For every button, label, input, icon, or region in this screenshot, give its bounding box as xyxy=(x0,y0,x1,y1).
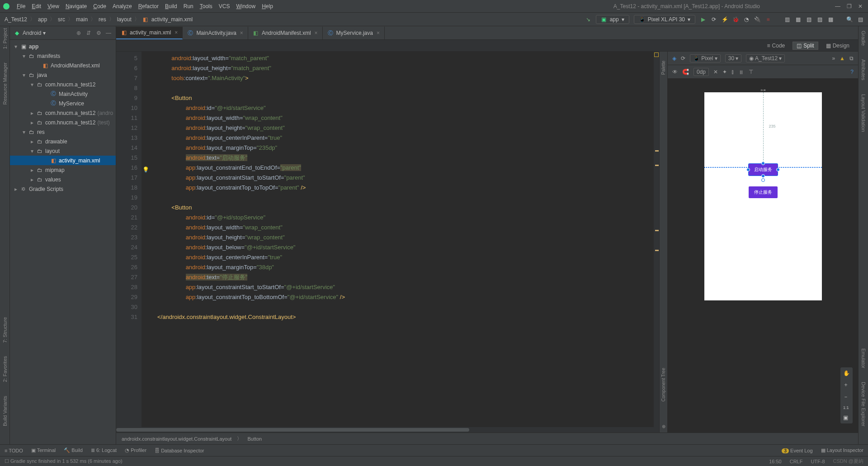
crumb-layout[interactable]: layout xyxy=(117,16,132,23)
more-icon[interactable]: » xyxy=(832,55,835,62)
apply-changes-icon[interactable]: ⟳ xyxy=(711,16,717,23)
design-surface-icon[interactable]: ◈ xyxy=(672,55,676,62)
menu-window[interactable]: Window xyxy=(233,3,259,10)
device-screen[interactable]: 235 启动服务 停止服务 xyxy=(704,92,822,300)
tree-layout[interactable]: layout xyxy=(45,148,60,154)
magnet-icon[interactable]: 🧲 xyxy=(682,69,689,75)
tab-layout-inspector[interactable]: ▦ Layout Inspector xyxy=(821,447,863,453)
menu-edit[interactable]: Edit xyxy=(28,3,44,10)
close-tab-icon[interactable]: × xyxy=(175,29,178,36)
intention-bulb-icon[interactable]: 💡 xyxy=(142,166,149,173)
crumb-src[interactable]: src xyxy=(58,16,65,23)
caret-position[interactable]: 16:50 xyxy=(769,459,782,464)
stop-icon[interactable]: ■ xyxy=(765,16,771,23)
preview-start-button[interactable]: 启动服务 xyxy=(749,164,778,176)
menu-view[interactable]: View xyxy=(44,3,62,10)
maximize-icon[interactable]: ❐ xyxy=(847,3,852,10)
menu-analyze[interactable]: Analyze xyxy=(109,3,135,10)
layout-inspector-icon[interactable]: ▨ xyxy=(816,16,823,23)
palette-tab[interactable]: Palette xyxy=(661,61,666,75)
device-selector[interactable]: 📱 Pixel XL API 30 ▾ xyxy=(634,15,695,24)
default-margin[interactable]: 0dp xyxy=(693,68,709,76)
tool-layout-validation[interactable]: Layout Validation xyxy=(861,94,866,132)
eye-icon[interactable]: 👁 xyxy=(672,69,678,75)
pan-icon[interactable]: ✋ xyxy=(843,370,850,376)
crumb-project[interactable]: A_Test12 xyxy=(5,16,27,23)
close-tab-icon[interactable]: × xyxy=(240,30,243,36)
tab-database-inspector[interactable]: 🗄 Database Inspector xyxy=(155,448,204,453)
crumb-main[interactable]: main xyxy=(76,16,88,23)
project-view-label[interactable]: Android xyxy=(23,30,41,36)
project-tree[interactable]: ▾▣app ▾🗀manifests ◧AndroidManifest.xml ▾… xyxy=(10,40,116,444)
tree-values[interactable]: values xyxy=(45,176,61,183)
code-editor[interactable]: 5678910111213141516171819202122232425262… xyxy=(116,52,659,433)
infer-constraints-icon[interactable]: ✦ xyxy=(722,69,727,75)
sdk-manager-icon[interactable]: ▦ xyxy=(795,16,801,23)
orientation-icon[interactable]: ⟳ xyxy=(681,55,685,62)
gear-icon[interactable]: ⚙ xyxy=(95,30,102,36)
tree-app[interactable]: app xyxy=(29,43,38,50)
tree-pkg2[interactable]: com.hnucm.a_test12 xyxy=(45,110,95,116)
attributes-toggle-icon[interactable]: ⧉ xyxy=(849,55,854,62)
tree-pkg1[interactable]: com.hnucm.a_test12 xyxy=(45,81,95,88)
chevron-down-icon[interactable]: ▾ xyxy=(43,30,46,36)
view-design[interactable]: ▦Design xyxy=(822,42,854,50)
tree-mainactivity[interactable]: MainActivity xyxy=(59,91,88,97)
tab-todo[interactable]: ≡ TODO xyxy=(5,448,23,453)
profile-icon[interactable]: ◔ xyxy=(743,16,750,23)
crumb-res[interactable]: res xyxy=(99,16,106,23)
tool-project[interactable]: 1: Project xyxy=(2,28,8,49)
debug-icon[interactable]: 🐞 xyxy=(732,16,739,23)
tool-favorites[interactable]: 2: Favorites xyxy=(2,356,8,382)
hide-icon[interactable]: — xyxy=(105,30,112,36)
menu-code[interactable]: Code xyxy=(90,3,109,10)
warning-icon[interactable]: ▲ xyxy=(840,55,845,62)
tree-myservice[interactable]: MyService xyxy=(59,100,84,107)
crumb-constraintlayout[interactable]: androidx.constraintlayout.widget.Constra… xyxy=(122,436,231,442)
preview-canvas[interactable]: ⊶ 235 启动服务 xyxy=(668,79,858,433)
menu-vcs[interactable]: VCS xyxy=(216,3,233,10)
code-content[interactable]: android:layout_width="match_parent" andr… xyxy=(152,52,654,433)
search-icon[interactable]: 🔍 xyxy=(846,16,853,23)
tab-event-log[interactable]: 3 Event Log xyxy=(782,448,812,453)
pack-icon[interactable]: ⊤ xyxy=(749,69,753,75)
minimize-icon[interactable]: — xyxy=(835,3,840,10)
menu-run[interactable]: Run xyxy=(180,3,197,10)
tree-res[interactable]: res xyxy=(37,129,45,135)
crumb-file[interactable]: activity_main.xml xyxy=(151,16,193,23)
tree-mipmap[interactable]: mipmap xyxy=(45,167,65,173)
tool-attributes[interactable]: Attributes xyxy=(861,59,866,80)
tab-logcat[interactable]: ≣ 6: Logcat xyxy=(91,447,117,453)
tree-drawable[interactable]: drawable xyxy=(45,138,67,145)
tool-device-file-explorer[interactable]: Device File Explorer xyxy=(861,382,866,426)
tab-build[interactable]: 🔨 Build xyxy=(64,447,83,453)
tool-build-variants[interactable]: Build Variants xyxy=(2,396,8,426)
menu-refactor[interactable]: Refactor xyxy=(135,3,162,10)
zoom-in-icon[interactable]: ＋ xyxy=(843,381,850,389)
error-stripe[interactable] xyxy=(654,52,659,433)
close-tab-icon[interactable]: × xyxy=(315,30,318,36)
close-tab-icon[interactable]: × xyxy=(377,30,380,36)
tree-pkg3[interactable]: com.hnucm.a_test12 xyxy=(45,119,95,126)
resource-manager-icon[interactable]: ▧ xyxy=(806,16,812,23)
attach-debugger-icon[interactable]: 🔌 xyxy=(754,16,760,23)
avd-manager-icon[interactable]: ▥ xyxy=(784,16,790,23)
tab-activity-main[interactable]: ◧activity_main.xml× xyxy=(116,27,183,39)
crumb-app[interactable]: app xyxy=(38,16,47,23)
tab-profiler[interactable]: ◔ Profiler xyxy=(125,447,146,453)
troubleshoot-icon[interactable]: ▩ xyxy=(827,16,834,23)
device-dropdown[interactable]: 📱 Pixel ▾ xyxy=(690,54,721,62)
tree-activity-main[interactable]: activity_main.xml xyxy=(59,157,100,164)
tree-java[interactable]: java xyxy=(37,72,47,78)
menu-navigate[interactable]: Navigate xyxy=(62,3,90,10)
tree-manifests[interactable]: manifests xyxy=(37,53,60,59)
run-icon[interactable]: ▶ xyxy=(700,16,706,23)
tab-mainactivity[interactable]: ⒸMainActivity.java× xyxy=(183,27,248,39)
run-config-selector[interactable]: ▣ app ▾ xyxy=(596,15,629,24)
h-scrollbar[interactable] xyxy=(152,427,654,433)
tab-manifest[interactable]: ◧AndroidManifest.xml× xyxy=(248,27,323,39)
menu-help[interactable]: Help xyxy=(259,3,276,10)
view-code[interactable]: ≡Code xyxy=(763,42,789,50)
tab-myservice[interactable]: ⒸMyService.java× xyxy=(323,27,385,39)
zoom-out-icon[interactable]: － xyxy=(843,393,850,401)
